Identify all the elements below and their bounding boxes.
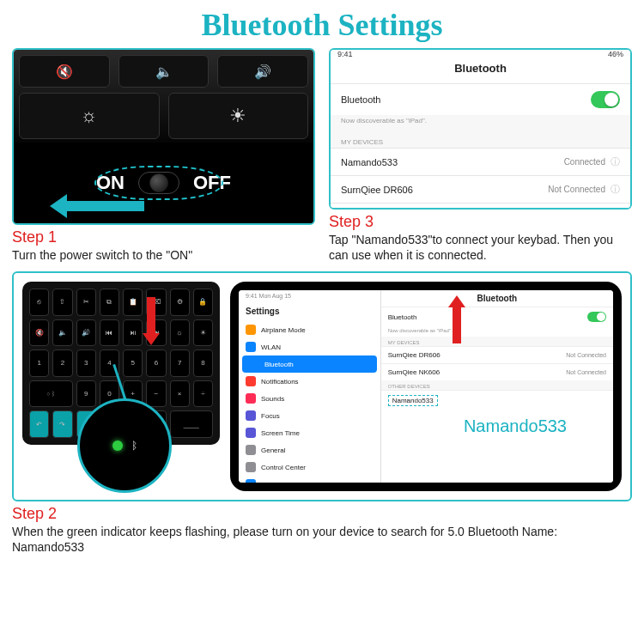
key-mute-icon: 🔇 <box>19 55 110 88</box>
ipad-bluetooth-screen: 9:41 46% Bluetooth Bluetooth Now discove… <box>331 50 630 208</box>
red-arrow-up-icon <box>450 295 464 343</box>
bluetooth-icon: ᛒ <box>131 440 137 452</box>
settings-title: Settings <box>239 301 380 321</box>
green-led-icon <box>112 440 123 451</box>
discoverable-text: Now discoverable as "iPad". <box>331 115 630 131</box>
settings-item-label: Notifications <box>261 378 299 386</box>
settings-item-label: Control Center <box>261 464 306 471</box>
step2-panel: ⎋⇧✂⧉📋⌫⚙🔒 🔇🔈🔊⏮⏯⏭☼☀ 12345678 ○ ᛒ90+−×÷ ↶↷.… <box>12 271 632 501</box>
settings-item-icon <box>246 479 256 483</box>
bluetooth-detail-pane: Bluetooth Bluetooth Now discoverable as … <box>381 290 613 483</box>
step3-label: Step 3 <box>329 213 632 231</box>
settings-item[interactable]: Screen Time <box>239 424 380 441</box>
bluetooth-label: Bluetooth <box>388 313 417 321</box>
settings-item[interactable]: Sounds <box>239 390 380 407</box>
page-title: Bluetooth Settings <box>12 7 632 43</box>
settings-sidebar: 9:41 Mon Aug 15 Settings Airplane ModeWL… <box>239 290 381 483</box>
status-battery: 46% <box>608 50 623 58</box>
zoom-indicator-circle: ᛒ <box>77 398 172 493</box>
device-name-callout: Namando533 <box>460 416 570 436</box>
settings-item-label: General <box>261 447 285 454</box>
settings-item-icon <box>246 410 256 421</box>
device-row[interactable]: SurnQiee NK606Not Connected <box>381 363 613 380</box>
discoverable-text: Now discoverable as "iPad". <box>381 326 613 337</box>
device-name: SurnQiee DR606 <box>341 185 413 195</box>
step3-desc: Tap "Namando533"to connect your keybad. … <box>329 233 632 263</box>
switch-on-label: ON <box>96 172 125 194</box>
settings-item-icon <box>246 445 256 455</box>
settings-item-label: Bluetooth <box>264 361 294 368</box>
settings-item-icon <box>249 359 259 369</box>
device-row-target[interactable]: Namando533 <box>381 390 613 410</box>
step2-label: Step 2 <box>12 505 632 523</box>
settings-item-icon <box>246 376 256 386</box>
step1-panel: 🔇 🔈 🔊 ☼ ☀ ON OFF <box>12 48 315 225</box>
bluetooth-toggle[interactable] <box>587 312 606 322</box>
info-icon[interactable]: ⓘ <box>611 156 620 167</box>
settings-item[interactable]: Control Center <box>239 459 380 476</box>
screen-title: Bluetooth <box>331 58 630 83</box>
settings-item[interactable]: WLAN <box>239 338 380 355</box>
settings-item-icon <box>246 342 256 352</box>
device-status: Connected <box>564 157 605 167</box>
bluetooth-toggle[interactable] <box>591 91 620 108</box>
red-arrow-down-icon <box>144 297 158 345</box>
switch-off-label: OFF <box>193 172 231 194</box>
target-device-name: Namando533 <box>388 395 438 406</box>
status-bar: 9:41 46% <box>331 50 630 58</box>
bluetooth-label: Bluetooth <box>341 94 380 105</box>
section-my-devices: MY DEVICES <box>381 337 613 346</box>
device-name: Namando533 <box>341 157 398 167</box>
settings-item-icon <box>246 325 256 335</box>
tablet-device: 9:41 Mon Aug 15 Settings Airplane ModeWL… <box>230 282 622 491</box>
keyboard-photo: 🔇 🔈 🔊 ☼ ☀ ON OFF <box>14 50 313 223</box>
settings-item-icon <box>246 393 256 404</box>
device-status: Not Connected <box>548 185 605 194</box>
section-my-devices: MY DEVICES <box>331 131 630 148</box>
key-brightness-up-icon: ☀ <box>168 93 309 139</box>
settings-item[interactable]: General <box>239 441 380 459</box>
settings-item[interactable]: Airplane Mode <box>239 321 380 338</box>
key-brightness-down-icon: ☼ <box>19 93 160 139</box>
settings-item-label: Sounds <box>261 395 284 403</box>
settings-item-label: Display & Brightness <box>261 481 325 483</box>
arrow-left-icon <box>50 197 144 215</box>
step1-label: Step 1 <box>12 228 315 246</box>
device-row[interactable]: SurnQiee DR606 Not Connectedⓘ <box>331 175 630 203</box>
settings-item-label: Airplane Mode <box>261 326 306 334</box>
status-time: 9:41 <box>337 50 353 58</box>
settings-item[interactable]: Focus <box>239 407 380 424</box>
info-icon[interactable]: ⓘ <box>611 184 620 194</box>
step1-desc: Turn the power switch to the "ON" <box>12 248 315 264</box>
bluetooth-toggle-row[interactable]: Bluetooth <box>381 307 613 326</box>
key-speaker-loud-icon: 🔊 <box>217 55 308 88</box>
settings-item-label: Screen Time <box>261 429 300 437</box>
tablet-status: 9:41 Mon Aug 15 <box>239 290 380 301</box>
bluetooth-toggle-row[interactable]: Bluetooth <box>331 83 630 115</box>
section-other-devices: OTHER DEVICES <box>381 380 613 390</box>
step2-desc: When the green indicator keeps flashing,… <box>12 525 632 555</box>
settings-item-icon <box>246 462 256 472</box>
detail-title: Bluetooth <box>381 290 613 307</box>
settings-item[interactable]: Display & Brightness <box>239 476 380 483</box>
step3-panel: 9:41 46% Bluetooth Bluetooth Now discove… <box>329 48 632 210</box>
power-switch[interactable] <box>138 172 179 194</box>
settings-item[interactable]: Notifications <box>239 373 380 390</box>
device-row[interactable]: SurnQiee DR606Not Connected <box>381 346 613 363</box>
settings-item-icon <box>246 428 256 438</box>
settings-item-label: WLAN <box>261 343 281 351</box>
device-row[interactable]: Namando533 Connectedⓘ <box>331 148 630 175</box>
switch-nub <box>149 173 168 192</box>
device-row[interactable]: SurnQiee NK606 Not Connectedⓘ <box>331 203 630 210</box>
key-speaker-icon: 🔈 <box>118 55 210 88</box>
settings-item-label: Focus <box>261 412 280 420</box>
settings-item[interactable]: Bluetooth <box>242 355 377 373</box>
